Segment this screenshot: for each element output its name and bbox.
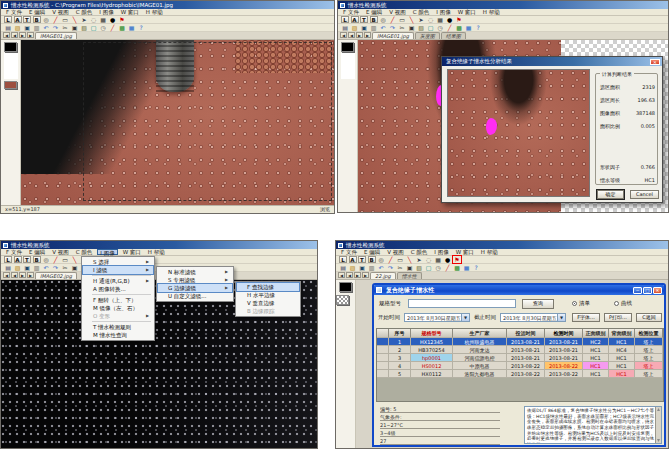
undo-icon[interactable]: ↶ (42, 24, 50, 31)
foreground-color-swatch[interactable] (341, 42, 354, 52)
font-button[interactable]: F字体... (572, 313, 600, 322)
rect-select-icon[interactable]: ▭ (61, 256, 69, 263)
monitor-icon[interactable]: ▢ (90, 24, 98, 31)
print-icon[interactable]: ▥ (368, 264, 376, 271)
menu-image[interactable]: I 图像 (434, 9, 452, 15)
tab-nav-prev-icon[interactable]: ◀ (346, 272, 353, 278)
tab-IMAGE01.jpg[interactable]: IMAGE01.jpg (372, 32, 414, 39)
monitor-icon[interactable]: ▢ (427, 24, 435, 31)
grid-icon[interactable]: ▦ (434, 256, 442, 263)
close-icon[interactable]: ✕ (653, 287, 662, 294)
menu-image[interactable]: I 图像 (97, 9, 115, 15)
copy-icon[interactable]: ▣ (406, 264, 414, 271)
menu-file[interactable]: F 文件 (341, 9, 361, 15)
tool-letter-a[interactable]: A (349, 256, 357, 263)
tab-nav-first-icon[interactable]: ◀ (340, 32, 347, 38)
search-button[interactable]: 查询 (522, 299, 554, 309)
copy-icon[interactable]: ▣ (71, 264, 79, 271)
title-bar[interactable]: 憎水性检测系统 (338, 1, 668, 9)
menu-item[interactable]: M 憎水性查询 (83, 331, 153, 339)
menu-item[interactable]: O 变形▶ (83, 312, 153, 320)
maximize-icon[interactable]: □ (643, 287, 652, 294)
new-icon[interactable]: ▤ (339, 264, 347, 271)
tool-letter-b[interactable]: B (370, 16, 378, 23)
open-icon[interactable]: ▨ (349, 264, 357, 271)
zoom-icon[interactable]: ◎ (42, 16, 50, 23)
tab-nav-first-icon[interactable]: ◀ (338, 272, 345, 278)
menu-view[interactable]: V 视图 (385, 249, 406, 255)
grid-icon[interactable]: ▦ (99, 16, 107, 23)
tab-灰度图[interactable]: 灰度图 (415, 32, 440, 39)
dot-icon[interactable]: ● (446, 16, 454, 23)
redo-icon[interactable]: ↷ (52, 24, 60, 31)
redo-icon[interactable]: ↷ (387, 264, 395, 271)
tab-憎水性[interactable]: 憎水性 (397, 272, 422, 279)
menu-help[interactable]: H 帮助 (144, 9, 165, 15)
monitor-icon[interactable]: ▢ (425, 264, 433, 271)
tab-nav-next-icon[interactable]: ▶ (354, 272, 361, 278)
title-bar[interactable]: 憎水性检测系统 (336, 241, 668, 249)
tab-nav-last-icon[interactable]: ▶ (27, 32, 34, 38)
menu-item[interactable]: V 垂直边缘 (237, 299, 299, 307)
header-maker[interactable]: 生产厂家 (453, 329, 507, 338)
menu-view[interactable]: V 视图 (50, 9, 71, 15)
palette-icon[interactable]: ▩ (455, 24, 463, 31)
flag-icon[interactable]: ⚑ (453, 256, 461, 263)
paste-icon[interactable]: ▧ (417, 24, 425, 31)
chevron-down-icon[interactable]: ▼ (461, 314, 469, 321)
menu-item[interactable]: G 边缘滤镜▶ (158, 284, 232, 292)
menu-item[interactable]: H 通道(R,G,B)▶ (83, 277, 153, 285)
tool-letter-t[interactable]: T (360, 16, 368, 23)
print-icon[interactable]: ▥ (33, 24, 41, 31)
title-bar[interactable]: 憎水性检测系统 - C:\Program Files\Hydrophobic\I… (1, 1, 334, 9)
tab-nav-next-icon[interactable]: ▶ (356, 32, 363, 38)
pen-icon[interactable]: ╲ (408, 16, 416, 23)
copy-icon[interactable]: ▣ (71, 24, 79, 31)
tool-letter-t[interactable]: T (23, 256, 31, 263)
child-title-bar[interactable]: 复合绝缘子憎水性 ─ □ ✕ (374, 285, 664, 295)
print-icon[interactable]: ▥ (370, 24, 378, 31)
menu-view[interactable]: V 视图 (387, 9, 408, 15)
palette-entry-list[interactable] (341, 53, 355, 79)
tool-letter-l[interactable]: L (4, 256, 12, 263)
help-icon[interactable]: ? (474, 24, 482, 31)
menu-item[interactable]: I 滤镜▶ (83, 266, 153, 274)
open-icon[interactable]: ▨ (14, 264, 22, 271)
menu-item[interactable]: S 专用滤镜▶ (158, 276, 232, 284)
cut-icon[interactable]: ✂ (396, 264, 404, 271)
image-icon[interactable]: ▦ (128, 24, 136, 31)
table-row[interactable]: 3hp0001河南信源电控2013-08-212013-08-21HC1HC1塔… (377, 354, 663, 362)
radio-list[interactable]: 清单 (572, 300, 590, 307)
start-date-picker[interactable]: 2013年 8月30日星期五▼ (404, 313, 470, 322)
menu-item[interactable]: F 查找边缘 (237, 283, 299, 291)
zoom-icon[interactable]: ◎ (42, 256, 50, 263)
menu-edit[interactable]: E 编辑 (362, 249, 382, 255)
header-front[interactable]: 正面级别 (583, 329, 609, 338)
new-icon[interactable]: ▤ (341, 24, 349, 31)
flag-icon[interactable]: ⚑ (455, 16, 463, 23)
open-icon[interactable]: ▨ (351, 24, 359, 31)
undo-icon[interactable]: ↶ (379, 24, 387, 31)
menu-file[interactable]: F 文件 (4, 9, 24, 15)
print-button[interactable]: P打印... (604, 313, 632, 322)
help-icon[interactable]: ? (472, 264, 480, 271)
copy-icon[interactable]: ▣ (408, 24, 416, 31)
tool-letter-t[interactable]: T (23, 16, 31, 23)
menu-file[interactable]: F 文件 (4, 249, 24, 255)
save-icon[interactable]: ▣ (23, 24, 31, 31)
menu-window[interactable]: W 窗口 (456, 9, 478, 15)
header-model[interactable]: 规格型号 (411, 329, 453, 338)
menu-item[interactable]: F 翻转（上、下） (83, 296, 153, 304)
header-run[interactable]: 投运时间 (507, 329, 545, 338)
brush-icon[interactable]: ╱ (109, 24, 117, 31)
menu-item[interactable]: A 图像转换... (83, 285, 153, 293)
eyedropper-icon[interactable]: ╱ (52, 16, 60, 23)
brush-icon[interactable]: ╱ (446, 24, 454, 31)
menu-help[interactable]: H 帮助 (479, 249, 500, 255)
circle-select-icon[interactable]: ◌ (427, 16, 435, 23)
tool-letter-a[interactable]: A (14, 16, 22, 23)
grid-icon[interactable]: ▦ (436, 16, 444, 23)
flag-icon[interactable]: ⚑ (118, 16, 126, 23)
table-row[interactable]: 1HX12345杭州联盛电器2013-08-212013-08-21HC2HC1… (377, 338, 663, 346)
table-row[interactable]: 5HX0112洛阳九都电器2013-08-222013-08-22HC1HC1塔… (377, 370, 663, 378)
